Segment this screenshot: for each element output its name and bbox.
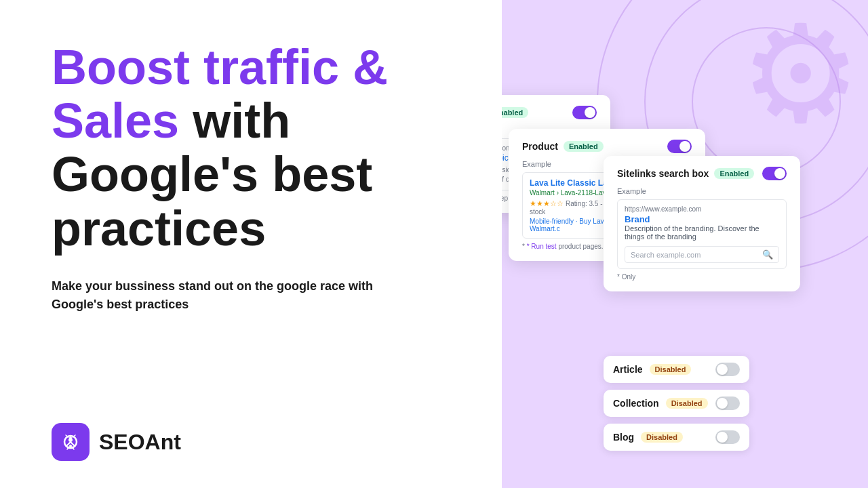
headline-sales: Sales (52, 94, 179, 148)
sitelinks-card-header: Sitelinks search box Enabled (617, 167, 787, 180)
sitelinks-desc: Description of the branding. Discover th… (625, 224, 779, 241)
headline-line1: Boost traffic & (52, 41, 450, 94)
blog-title: Blog (613, 432, 634, 443)
sitelinks-only-note: * Only (617, 273, 787, 281)
sitelinks-url: https://www.example.com (625, 205, 779, 213)
article-badge: Disabled (650, 364, 692, 375)
article-title: Article (613, 364, 643, 375)
logo-area: SEOAnt (52, 423, 450, 461)
breadcrumb-card-header: Breadcrumb Enabled (502, 106, 597, 119)
blog-card-left: Blog Disabled (613, 432, 683, 443)
blog-badge: Disabled (641, 432, 683, 443)
breadcrumb-toggle[interactable] (572, 106, 597, 119)
product-footnote-post: product pages. (558, 243, 603, 250)
sitelinks-header-left: Sitelinks search box Enabled (617, 168, 754, 179)
product-rating: Rating: 3.5 - 6 (566, 200, 608, 207)
sitelinks-toggle-knob (774, 168, 785, 179)
logo-icon (52, 423, 90, 461)
sitelinks-toggle[interactable] (762, 167, 787, 180)
headline-line3: Google's best (52, 148, 450, 201)
article-card: Article Disabled (604, 356, 749, 383)
blog-toggle[interactable] (715, 430, 740, 444)
headline-line4: practices (52, 202, 450, 256)
article-toggle-knob (717, 364, 728, 375)
product-toggle[interactable] (667, 140, 692, 153)
svg-point-4 (69, 436, 72, 439)
article-card-left: Article Disabled (613, 364, 691, 375)
collection-title: Collection (613, 398, 659, 409)
product-footnote-link[interactable]: * Run test (527, 243, 557, 250)
sitelinks-brand: Brand (625, 214, 779, 224)
product-badge: Enabled (564, 141, 604, 152)
product-header-left: Product Enabled (522, 141, 604, 152)
sitelinks-card: Sitelinks search box Enabled Example htt… (604, 156, 800, 291)
product-title: Product (522, 141, 558, 152)
breadcrumb-toggle-knob (585, 107, 595, 118)
search-icon: 🔍 (762, 249, 773, 260)
blog-toggle-knob (717, 432, 728, 443)
headline-with: with (179, 94, 290, 148)
collection-toggle[interactable] (715, 396, 740, 410)
subtitle: Make your bussiness stand out on the goo… (52, 277, 391, 314)
collection-card-left: Collection Disabled (613, 398, 708, 409)
sitelinks-example-box: https://www.example.com Brand Descriptio… (617, 199, 787, 269)
right-panel: ⚙ Breadcrumb Enabled Example https://www… (502, 0, 868, 488)
article-toggle[interactable] (715, 363, 740, 376)
product-stars: ★★★☆☆ (530, 199, 564, 207)
seoant-logo-svg (60, 431, 81, 453)
collection-toggle-knob (717, 398, 728, 409)
breadcrumb-header-left: Breadcrumb Enabled (502, 107, 528, 118)
sitelinks-example-label: Example (617, 187, 787, 195)
logo-text: SEOAnt (99, 430, 181, 455)
gear-deco: ⚙ (740, 7, 861, 142)
breadcrumb-badge: Enabled (502, 107, 528, 118)
left-panel: Boost traffic & Sales with Google's best… (0, 0, 502, 488)
sitelinks-badge: Enabled (714, 168, 754, 179)
headline-line2: Sales with (52, 94, 450, 148)
sitelinks-search-box[interactable]: Search example.com 🔍 (625, 246, 779, 263)
collection-card: Collection Disabled (604, 390, 749, 417)
collection-badge: Disabled (666, 398, 708, 409)
sitelinks-search-placeholder: Search example.com (631, 251, 758, 259)
sitelinks-title: Sitelinks search box (617, 168, 709, 179)
headline: Boost traffic & Sales with Google's best… (52, 41, 450, 256)
product-toggle-knob (679, 141, 690, 152)
product-card-header: Product Enabled (522, 140, 692, 153)
blog-card: Blog Disabled (604, 424, 749, 451)
